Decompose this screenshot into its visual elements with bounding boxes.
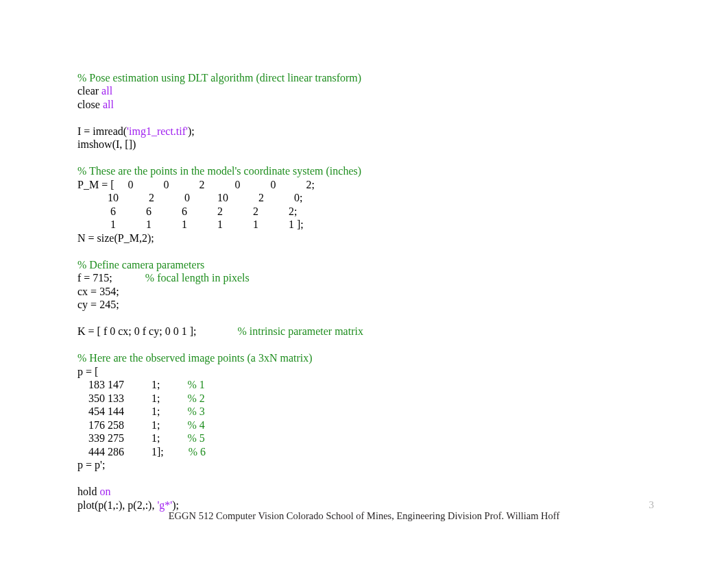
comment: % Define camera parameters <box>77 259 204 271</box>
code-text: 176 258 1; <box>77 419 187 431</box>
keyword: all <box>103 99 114 110</box>
keyword: all <box>101 85 112 97</box>
code-text: f = 715; <box>77 272 145 284</box>
comment: % Pose estimation using DLT algorithm (d… <box>77 72 361 84</box>
code-text: plot(p(1,:), p(2,:), <box>77 499 157 511</box>
code-text: hold <box>77 486 99 497</box>
comment: % 5 <box>187 432 204 444</box>
code-text: 444 286 1]; <box>77 446 189 458</box>
code-text: 6 6 6 2 2 2; <box>77 205 297 217</box>
keyword: on <box>99 486 110 497</box>
code-text: p = [ <box>77 366 98 377</box>
code-text: 183 147 1; <box>77 379 187 390</box>
code-text: 454 144 1; <box>77 405 187 417</box>
code-text: cx = 354; <box>77 286 119 297</box>
string: 'img1_rect.tif' <box>127 125 188 137</box>
comment: % 6 <box>189 446 206 458</box>
code-text: I = imread( <box>77 125 127 137</box>
code-text: N = size(P_M,2); <box>77 232 154 244</box>
comment: % 3 <box>187 405 204 417</box>
comment: % 1 <box>187 379 204 390</box>
code-text: K = [ f 0 cx; 0 f cy; 0 0 1 ]; <box>77 325 237 337</box>
code-block: % Pose estimation using DLT algorithm (d… <box>77 58 363 512</box>
code-text: p = p'; <box>77 459 105 471</box>
code-text: cy = 245; <box>77 299 119 310</box>
comment: % 2 <box>187 392 204 404</box>
code-text: close <box>77 99 103 110</box>
code-text: P_M = [ 0 0 2 0 0 2; <box>77 179 315 190</box>
code-text: 10 2 0 10 2 0; <box>77 192 302 203</box>
code-text: ); <box>172 499 179 511</box>
code-text: 350 133 1; <box>77 392 187 404</box>
code-text: 1 1 1 1 1 1 ]; <box>77 218 304 230</box>
comment: % focal length in pixels <box>145 272 250 284</box>
footer-text: EGGN 512 Computer Vision Colorado School… <box>0 510 728 522</box>
code-text: 339 275 1; <box>77 432 187 444</box>
page-number: 3 <box>649 499 655 511</box>
comment: % 4 <box>187 419 204 431</box>
string: 'g*' <box>157 499 172 511</box>
comment: % These are the points in the model's co… <box>77 165 361 177</box>
code-text: ); <box>188 125 195 137</box>
comment: % Here are the observed image points (a … <box>77 352 313 364</box>
code-text: imshow(I, []) <box>77 138 136 150</box>
comment: % intrinsic parameter matrix <box>237 325 363 337</box>
code-text: clear <box>77 85 101 97</box>
